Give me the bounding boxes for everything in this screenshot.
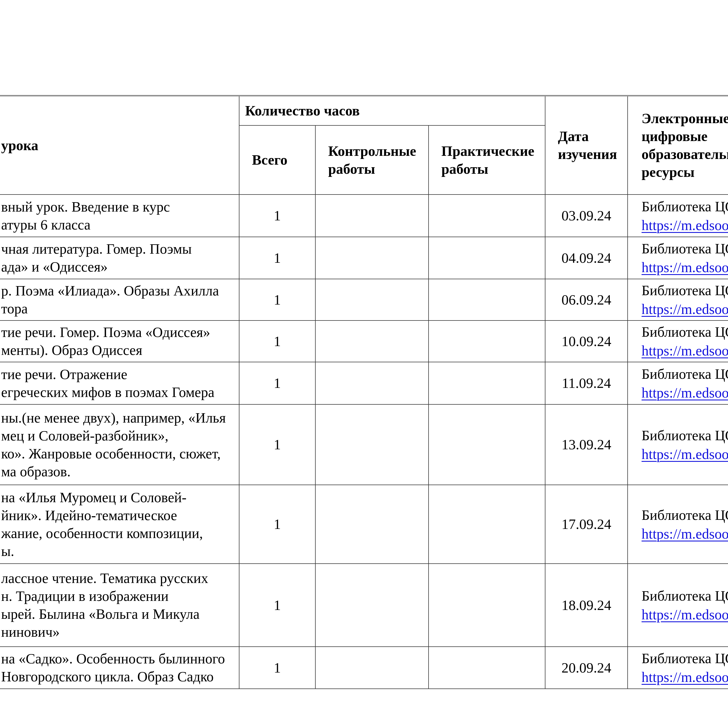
col-header-hours-group-label: Количество часов [245,102,545,120]
table-row: ны.(не менее двух), например, «Ильямец и… [0,405,728,485]
hours-total-cell: 1 [239,237,316,279]
lesson-topic-line: атуры 6 класса [1,216,239,234]
resource-cell: Библиотека ЦОК https://m.edsoo. [628,564,728,647]
control-works-cell [316,564,429,647]
resource-cell: Библиотека ЦОК https://m.edsoo. [628,237,728,279]
col-header-practical-works: Практические работы [429,126,545,195]
lesson-topic-cell: вный урок. Введение в курсатуры 6 класса [0,195,239,237]
practical-works-cell [429,405,545,485]
study-date-cell: 11.09.24 [545,362,628,405]
lesson-topic-line: жание, особенности композиции, [1,525,239,542]
lesson-topic-cell: на «Илья Муромец и Соловей-йник». Идейно… [0,485,239,564]
practical-works-cell [429,485,545,564]
resource-cell: Библиотека ЦОК https://m.edsoo. [628,405,728,485]
resource-cell: Библиотека ЦОК https://m.edsoo. [628,647,728,689]
control-works-cell [316,321,429,362]
digital-resources-label-line4: ресурсы [642,163,728,181]
study-date-cell: 10.09.24 [545,321,628,362]
resource-cell: Библиотека ЦОК https://m.edsoo. [628,485,728,564]
lesson-topic-cell: лассное чтение. Тематика русскихн. Тради… [0,564,239,647]
digital-resources-label-line3: образовательные [642,145,728,163]
table-rows: вный урок. Введение в курсатуры 6 класса… [0,195,728,689]
study-date-label-line1: Дата [558,127,627,145]
lesson-topic-line: лассное чтение. Тематика русских [1,569,239,587]
digital-resources-label-line1: Электронные [642,110,728,127]
hours-total-cell: 1 [239,279,316,321]
practical-works-cell [429,195,545,237]
hours-total-cell: 1 [239,321,316,362]
col-header-practical-works-label: Практические работы [441,142,545,178]
resource-label: Библиотека ЦОК [642,506,728,525]
lesson-topic-line: йник». Идейно-тематическое [1,506,239,525]
col-header-hours-group: Количество часов [239,96,545,126]
control-works-cell [316,237,429,279]
col-header-study-date: Дата изучения [545,96,628,195]
control-works-cell [316,279,429,321]
resource-label: Библиотека ЦОК [642,239,728,258]
control-works-cell [316,195,429,237]
lesson-topic-cell: на «Садко». Особенность былинногоНовгоро… [0,647,239,689]
lesson-topic-line: вный урок. Введение в курс [1,198,239,216]
resource-link[interactable]: https://m.edsoo. [642,445,728,463]
resource-link[interactable]: https://m.edsoo. [642,525,728,543]
lesson-topic-line: н. Традиции в изображении [1,587,239,605]
resource-link[interactable]: https://m.edsoo. [642,258,728,277]
practical-works-cell [429,237,545,279]
lesson-topic-line: Новгородского цикла. Образ Садко [1,668,239,686]
resource-link[interactable]: https://m.edsoo. [642,341,728,360]
lesson-topic-cell: тие речи. Отражениеегреческих мифов в по… [0,362,239,405]
table-row: тие речи. Отражениеегреческих мифов в по… [0,362,728,405]
table-row: чная литература. Гомер. Поэмыада» и «Оди… [0,237,728,279]
lesson-topic-line: чная литература. Гомер. Поэмы [1,240,239,258]
table-row: р. Поэма «Илиада». Образы Ахиллатора 1 0… [0,279,728,321]
table-row: лассное чтение. Тематика русскихн. Тради… [0,564,728,647]
practical-works-cell [429,564,545,647]
resource-link[interactable]: https://m.edsoo. [642,216,728,235]
resource-label: Библиотека ЦОК [642,365,728,383]
practical-works-cell [429,279,545,321]
resource-link[interactable]: https://m.edsoo. [642,605,728,624]
lesson-topic-line: ма образов. [1,463,239,480]
control-works-cell [316,485,429,564]
col-header-digital-resources: Электронные цифровые образовательные рес… [628,96,728,195]
study-date-cell: 06.09.24 [545,279,628,321]
hours-total-cell: 1 [239,195,316,237]
study-date-cell: 13.09.24 [545,405,628,485]
resource-cell: Библиотека ЦОК https://m.edsoo. [628,279,728,321]
resource-label: Библиотека ЦОК [642,197,728,216]
control-works-cell [316,405,429,485]
table-row: вный урок. Введение в курсатуры 6 класса… [0,195,728,237]
resource-label: Библиотека ЦОК [642,586,728,605]
study-date-cell: 04.09.24 [545,237,628,279]
resource-cell: Библиотека ЦОК https://m.edsoo. [628,195,728,237]
lesson-topic-line: менты). Образ Одиссея [1,341,239,359]
hours-total-cell: 1 [239,405,316,485]
resource-link[interactable]: https://m.edsoo. [642,383,728,402]
hours-total-cell: 1 [239,647,316,689]
study-date-cell: 18.09.24 [545,564,628,647]
table-row: на «Илья Муромец и Соловей-йник». Идейно… [0,485,728,564]
resource-cell: Библиотека ЦОК https://m.edsoo. [628,321,728,362]
col-header-topic: урока [0,96,239,195]
table-header: урока Количество часов Всего Контрольные… [0,96,728,195]
table-row: на «Садко». Особенность былинногоНовгоро… [0,647,728,689]
col-header-control-works-label: Контрольные работы [328,142,428,178]
study-date-cell: 03.09.24 [545,195,628,237]
lesson-topic-line: ы. [1,542,239,560]
lesson-topic-line: нинович» [1,623,239,641]
study-date-cell: 17.09.24 [545,485,628,564]
lesson-topic-line: ко». Жанровые особенности, сюжет, [1,445,239,463]
resource-link[interactable]: https://m.edsoo. [642,668,728,687]
resource-link[interactable]: https://m.edsoo. [642,300,728,318]
table-row: тие речи. Гомер. Поэма «Одиссея»менты). … [0,321,728,362]
lesson-topic-cell: ны.(не менее двух), например, «Ильямец и… [0,405,239,485]
resource-label: Библиотека ЦОК [642,281,728,300]
lesson-topic-line: тие речи. Гомер. Поэма «Одиссея» [1,323,239,341]
lesson-topic-line: на «Садко». Особенность былинного [1,650,239,668]
col-header-control-works: Контрольные работы [316,126,429,195]
lesson-topic-line: егреческих мифов в поэмах Гомера [1,383,239,401]
lesson-topic-line: ны.(не менее двух), например, «Илья [1,409,239,427]
col-header-hours-total: Всего [239,126,316,195]
hours-total-cell: 1 [239,485,316,564]
practical-works-cell [429,362,545,405]
